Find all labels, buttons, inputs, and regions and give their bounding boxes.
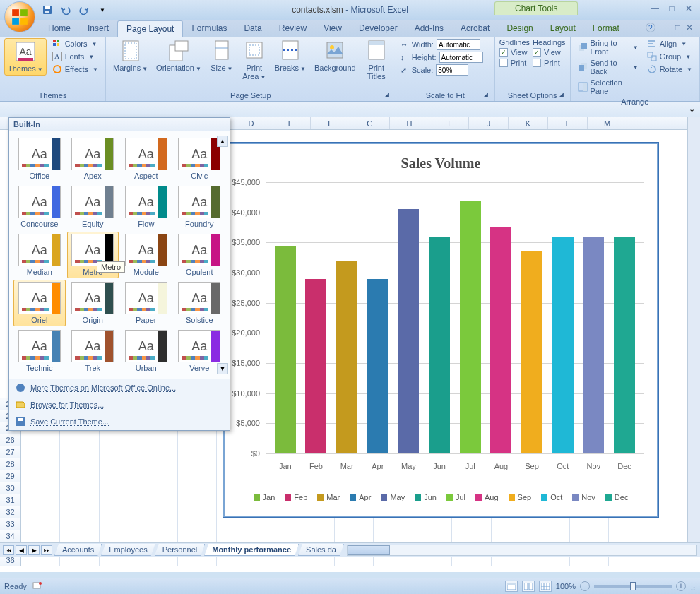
chart-title[interactable]: Sales Volume: [225, 144, 657, 177]
gridlines-print-checkbox[interactable]: [499, 59, 508, 67]
legend-item[interactable]: Apr: [350, 493, 371, 501]
legend-item[interactable]: May: [381, 493, 405, 501]
chart-bar[interactable]: [275, 246, 296, 453]
size-button[interactable]: Size▼: [207, 38, 237, 74]
row-header[interactable]: 29: [0, 470, 21, 482]
column-header[interactable]: K: [509, 117, 548, 129]
column-header[interactable]: M: [588, 117, 627, 129]
dialog-launcher[interactable]: ◢: [557, 91, 566, 100]
macro-record-button[interactable]: [32, 581, 42, 592]
mdi-close[interactable]: ✕: [686, 23, 693, 32]
column-header[interactable]: G: [350, 117, 390, 129]
sheet-nav-last[interactable]: ⏭: [41, 545, 52, 555]
width-input[interactable]: [437, 39, 480, 50]
print-titles-button[interactable]: PrintTitles: [362, 38, 391, 82]
tab-view[interactable]: View: [315, 20, 350, 37]
dialog-launcher[interactable]: ◢: [482, 91, 490, 100]
theme-item-equity[interactable]: AaEquity: [67, 184, 119, 230]
office-button[interactable]: [4, 1, 35, 32]
row-header[interactable]: 30: [0, 482, 21, 494]
sheet-tab[interactable]: Accounts: [54, 544, 102, 556]
tab-acrobat[interactable]: Acrobat: [452, 20, 498, 37]
chart-bar[interactable]: [305, 279, 326, 453]
rotate-button[interactable]: Rotate▼: [644, 64, 695, 75]
theme-item-aspect[interactable]: AaAspect: [120, 136, 172, 182]
dialog-launcher[interactable]: ◢: [383, 91, 391, 100]
sheet-tab[interactable]: Monthly performance: [204, 544, 299, 556]
theme-item-office[interactable]: AaOffice: [13, 136, 66, 182]
chart-legend[interactable]: JanFebMarAprMayJunJulAugSepOctNovDec: [225, 493, 657, 501]
maximize-button[interactable]: □: [666, 3, 677, 14]
save-button[interactable]: [40, 2, 55, 18]
gridlines-view-checkbox[interactable]: ✓: [499, 48, 508, 57]
sheet-tab[interactable]: Sales da: [298, 544, 344, 556]
context-tab-design[interactable]: Design: [498, 20, 541, 37]
row-header[interactable]: 34: [0, 530, 21, 542]
chart-object[interactable]: Sales Volume $0$5,000$10,000$15,000$20,0…: [223, 143, 658, 517]
legend-item[interactable]: Jul: [446, 493, 465, 501]
qat-customize[interactable]: ▼: [95, 2, 110, 18]
theme-item-trek[interactable]: AaTrek: [67, 328, 119, 374]
sheet-nav-next[interactable]: ▶: [28, 545, 40, 555]
scale-input[interactable]: [436, 64, 468, 76]
normal-view-button[interactable]: [505, 581, 518, 592]
theme-item-concourse[interactable]: AaConcourse: [13, 184, 66, 230]
undo-button[interactable]: [58, 2, 73, 18]
column-header[interactable]: J: [469, 117, 509, 129]
chart-bar[interactable]: [490, 227, 511, 453]
tab-formulas[interactable]: Formulas: [183, 20, 235, 37]
chart-bar[interactable]: [552, 237, 574, 453]
headings-view-checkbox[interactable]: ✓: [533, 48, 541, 57]
theme-item-origin[interactable]: AaOrigin: [67, 280, 119, 326]
theme-item-apex[interactable]: AaApex: [67, 136, 119, 182]
headings-print-checkbox[interactable]: [533, 59, 541, 67]
themes-footer-item[interactable]: Save Current Theme...: [9, 413, 230, 430]
chart-bar[interactable]: [336, 261, 357, 453]
tab-page-layout[interactable]: Page Layout: [117, 20, 183, 37]
theme-item-paper[interactable]: AaPaper: [120, 280, 172, 326]
tab-insert[interactable]: Insert: [79, 20, 117, 37]
chart-bar[interactable]: [367, 279, 388, 453]
resize-grip[interactable]: ⣠: [690, 582, 696, 591]
send-to-back-button[interactable]: Send to Back▼: [575, 58, 641, 76]
legend-item[interactable]: Dec: [605, 493, 629, 501]
theme-item-technic[interactable]: AaTechnic: [13, 328, 66, 374]
legend-item[interactable]: Feb: [285, 493, 307, 501]
redo-button[interactable]: [76, 2, 92, 18]
colors-button[interactable]: Colors▼: [49, 38, 101, 49]
bring-to-front-button[interactable]: Bring to Front▼: [575, 38, 641, 57]
chart-bar[interactable]: [521, 251, 542, 453]
theme-item-urban[interactable]: AaUrban: [120, 328, 172, 374]
sheet-nav-first[interactable]: ⏮: [3, 545, 14, 555]
tab-developer[interactable]: Developer: [350, 20, 406, 37]
chart-bar[interactable]: [429, 237, 450, 453]
row-header[interactable]: 26: [0, 434, 21, 446]
row-header[interactable]: 27: [0, 446, 21, 458]
page-layout-view-button[interactable]: [522, 581, 535, 592]
group-button[interactable]: Group▼: [644, 51, 695, 62]
effects-button[interactable]: Effects▼: [49, 64, 101, 75]
themes-scrollbar[interactable]: ▲▼: [217, 136, 228, 374]
margins-button[interactable]: Margins▼: [110, 38, 150, 74]
context-tab-format[interactable]: Format: [584, 20, 628, 37]
legend-item[interactable]: Sep: [509, 493, 532, 501]
row-header[interactable]: 28: [0, 458, 21, 470]
height-input[interactable]: [439, 52, 483, 63]
minimize-button[interactable]: —: [649, 3, 660, 14]
tab-add-ins[interactable]: Add-Ins: [406, 20, 452, 37]
chart-bar[interactable]: [460, 201, 481, 453]
fonts-button[interactable]: AFonts▼: [49, 51, 101, 62]
page-break-view-button[interactable]: [539, 581, 552, 592]
print-area-button[interactable]: PrintArea▼: [239, 38, 269, 83]
zoom-out-button[interactable]: −: [580, 581, 590, 591]
column-header[interactable]: H: [390, 117, 429, 129]
zoom-level[interactable]: 100%: [556, 582, 576, 590]
orientation-button[interactable]: Orientation▼: [153, 38, 204, 74]
mdi-minimize[interactable]: —: [661, 23, 670, 32]
legend-item[interactable]: Jan: [254, 493, 275, 501]
chart-bar[interactable]: [614, 237, 635, 453]
row-header[interactable]: 31: [0, 494, 21, 506]
column-header[interactable]: I: [429, 117, 469, 129]
context-tab-layout[interactable]: Layout: [542, 20, 584, 37]
legend-item[interactable]: Nov: [572, 493, 595, 501]
